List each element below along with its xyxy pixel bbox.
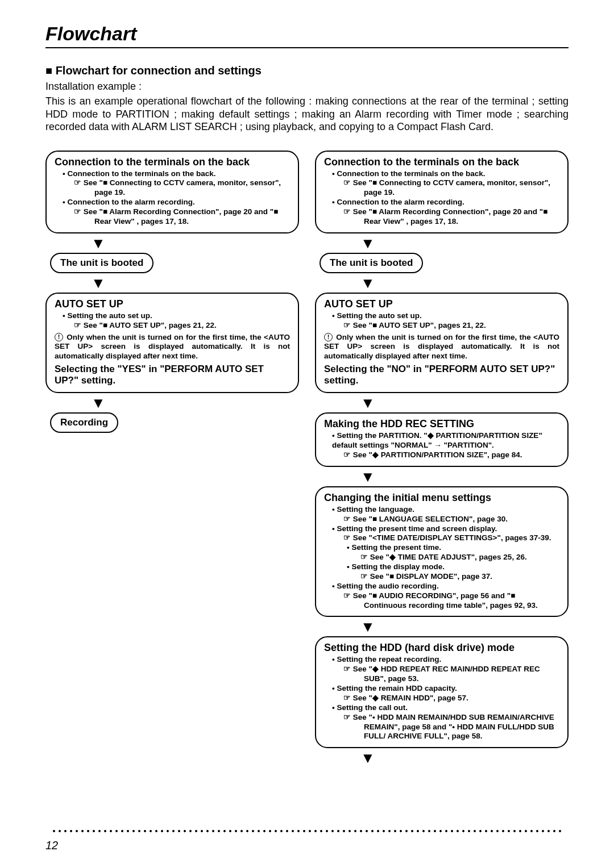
arrow-down-icon: ▼ [91, 236, 106, 251]
arrow-down-icon: ▼ [91, 276, 106, 290]
ref: See "<TIME DATE/DISPLAY SETTINGS>", page… [364, 533, 559, 543]
ref: See "• HDD MAIN REMAIN/HDD SUB REMAIN/AR… [364, 713, 559, 742]
ref: See "■ LANGUAGE SELECTION", page 30. [364, 515, 559, 524]
box-initial-menu: Changing the initial menu settings Setti… [315, 486, 569, 617]
nested-ref: See "■ DISPLAY MODE", page 37. [381, 572, 559, 582]
page-number: 12 [45, 839, 58, 852]
box-title: Making the HDD REC SETTING [324, 418, 559, 430]
box-title: Connection to the terminals on the back [324, 156, 559, 168]
section-heading: Flowchart for connection and settings [45, 64, 569, 77]
ref: See "◆ REMAIN HDD", page 57. [364, 694, 559, 703]
nested-bullet: Setting the present time. [347, 543, 559, 553]
ref: See "■ Alarm Recording Connection", page… [94, 207, 290, 227]
ref: See "◆ HDD REPEAT REC MAIN/HDD REPEAT RE… [364, 665, 559, 684]
nested-bullet: Setting the display mode. [347, 562, 559, 572]
bullet: Setting the repeat recording. [332, 655, 559, 665]
box-title: Changing the initial menu settings [324, 492, 559, 504]
intro-paragraph: This is an example operational flowchart… [45, 95, 569, 133]
ref: See "■ Connecting to CCTV camera, monito… [364, 178, 559, 198]
footer-dots [51, 829, 563, 833]
box-title: AUTO SET UP [324, 298, 559, 310]
note: ! Only when the unit is turned on for th… [55, 333, 290, 362]
box-title: Setting the HDD (hard disk drive) mode [324, 642, 559, 654]
box-hdd-rec: Making the HDD REC SETTING Setting the P… [315, 412, 569, 467]
subhead: Selecting the "NO" in "PERFORM AUTO SET … [324, 364, 559, 386]
arrow-down-icon: ▼ [360, 395, 375, 410]
note-text: Only when the unit is turned on for the … [324, 333, 559, 361]
arrow-down-icon: ▼ [360, 236, 375, 251]
bullet: Setting the present time and screen disp… [332, 524, 559, 534]
arrow-down-icon: ▼ [91, 395, 106, 410]
box-title: Connection to the terminals on the back [55, 156, 290, 168]
intro-sub: Installation example : [45, 81, 569, 93]
ref: See "■ AUTO SET UP", pages 21, 22. [94, 321, 290, 331]
bullet: Connection to the alarm recording. [63, 198, 290, 207]
flowchart-columns: Connection to the terminals on the back … [45, 151, 569, 768]
subhead: Selecting the "YES" in "PERFORM AUTO SET… [55, 364, 290, 386]
bullet: Connection to the terminals on the back. [332, 169, 559, 179]
arrow-down-icon: ▼ [360, 469, 375, 484]
pill-booted-left: The unit is booted [50, 253, 154, 273]
box-title: AUTO SET UP [55, 298, 290, 310]
bullet: Setting the call out. [332, 703, 559, 713]
box-hdd-mode: Setting the HDD (hard disk drive) mode S… [315, 636, 569, 748]
note-text: Only when the unit is turned on for the … [55, 333, 290, 361]
note: ! Only when the unit is turned on for th… [324, 333, 559, 362]
ref: See "■ AUTO SET UP", pages 21, 22. [364, 321, 559, 331]
bullet: Connection to the terminals on the back. [63, 169, 290, 179]
arrow-down-icon: ▼ [360, 619, 375, 634]
ref: See "■ Connecting to CCTV camera, monito… [94, 178, 290, 198]
ref: See "■ Alarm Recording Connection", page… [364, 207, 559, 227]
box-autosetup-right: AUTO SET UP Setting the auto set up. See… [315, 293, 569, 393]
pill-booted-right: The unit is booted [320, 253, 423, 273]
bullet: Setting the remain HDD capacity. [332, 684, 559, 694]
box-autosetup-left: AUTO SET UP Setting the auto set up. See… [45, 293, 299, 393]
ref: See "■ AUDIO RECORDING", page 56 and "■ … [364, 591, 559, 611]
bullet: Connection to the alarm recording. [332, 198, 559, 207]
nested-ref: See "◆ TIME DATE ADJUST", pages 25, 26. [381, 553, 559, 562]
bullet: Setting the language. [332, 505, 559, 515]
bullet: Setting the PARTITION. "◆ PARTITION/PART… [332, 431, 559, 450]
ref: See "◆ PARTITION/PARTITION SIZE", page 8… [364, 450, 559, 460]
column-right: Connection to the terminals on the back … [315, 151, 569, 768]
page-title: Flowchart [45, 23, 569, 48]
arrow-down-icon: ▼ [360, 750, 375, 765]
column-left: Connection to the terminals on the back … [45, 151, 299, 768]
box-connection-left: Connection to the terminals on the back … [45, 151, 299, 233]
pill-recording: Recording [50, 412, 118, 433]
arrow-down-icon: ▼ [360, 276, 375, 290]
bullet: Setting the auto set up. [63, 311, 290, 321]
bullet: Setting the auto set up. [332, 311, 559, 321]
bullet: Setting the audio recording. [332, 582, 559, 591]
box-connection-right: Connection to the terminals on the back … [315, 151, 569, 233]
